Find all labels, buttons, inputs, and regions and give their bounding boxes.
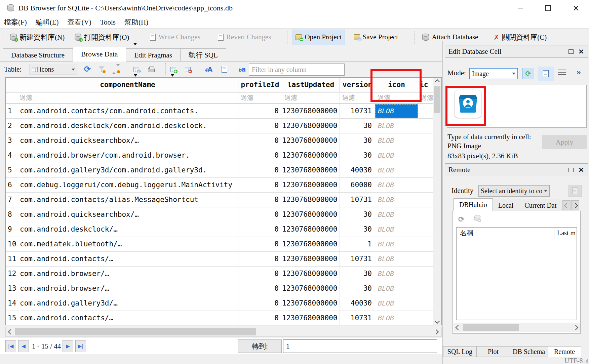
filter-input-componentName[interactable]: 過濾 [17, 92, 238, 104]
main-tab[interactable]: Edit Pragmas [126, 48, 181, 62]
clipped-cell[interactable] [418, 163, 433, 177]
open-database-button[interactable]: → 打開資料庫(O) [72, 30, 132, 45]
version-cell[interactable]: 30 [340, 133, 375, 148]
main-tab[interactable]: Database Structure [3, 48, 73, 62]
clipped-cell[interactable] [418, 119, 433, 133]
remote-tab[interactable]: DBHub.io [454, 198, 493, 211]
profileId-cell[interactable]: 0 [238, 178, 282, 192]
icon-blob-cell[interactable]: BLOB [375, 193, 418, 207]
version-cell[interactable]: 10731 [340, 311, 375, 325]
row-number-cell[interactable]: 13 [6, 281, 17, 296]
lastUpdated-cell[interactable]: 1230768000000 [282, 207, 340, 222]
revert-changes-button[interactable]: Revert Changes [215, 30, 274, 45]
clipped-cell[interactable] [418, 296, 433, 311]
grid-hscroll-thumb[interactable] [15, 328, 256, 335]
dock-tab[interactable]: Remote [548, 346, 581, 357]
column-header-version[interactable]: version [340, 78, 375, 92]
componentName-cell[interactable]: com.android.deskclock/… [17, 222, 238, 237]
version-cell[interactable]: 40030 [340, 296, 375, 311]
lastUpdated-cell[interactable]: 1230768000000 [282, 222, 340, 237]
icon-blob-cell-selected[interactable]: BLOB [375, 104, 418, 118]
remote-clone-database-icon[interactable]: + [474, 215, 480, 221]
icon-blob-cell[interactable]: BLOB [375, 252, 418, 266]
profileId-cell[interactable]: 0 [238, 237, 282, 251]
version-cell[interactable]: 40030 [340, 163, 375, 177]
lastUpdated-cell[interactable]: 1230768000000 [282, 252, 340, 266]
icon-blob-cell[interactable]: BLOB [375, 267, 418, 281]
table-selector[interactable]: icons [30, 64, 77, 75]
row-number-cell[interactable]: 8 [6, 207, 17, 222]
profileId-cell[interactable]: 0 [238, 148, 282, 163]
row-number-cell[interactable]: 9 [6, 222, 17, 237]
componentName-cell[interactable]: com.android.quicksearchbox/… [17, 207, 238, 222]
row-number-cell[interactable]: 15 [6, 311, 17, 325]
close-panel-icon[interactable]: × [578, 166, 584, 173]
clipped-cell[interactable] [418, 222, 433, 237]
version-cell[interactable]: 10731 [340, 104, 375, 118]
remote-hscroll-thumb[interactable] [463, 324, 519, 331]
clear-sort-button[interactable] [111, 64, 121, 74]
clipped-cell[interactable] [418, 207, 433, 222]
componentName-cell[interactable]: com.android.gallery3d/… [17, 296, 238, 311]
lastUpdated-cell[interactable]: 1230768000000 [282, 267, 340, 281]
clipped-cell[interactable] [418, 252, 433, 266]
icon-blob-cell[interactable]: BLOB [375, 281, 418, 296]
componentName-cell[interactable]: com.android.gallery3d/com.android.galler… [17, 163, 238, 177]
scroll-right-button[interactable] [572, 323, 579, 332]
tab-scroll-right-button[interactable] [571, 200, 579, 210]
clipped-cell[interactable] [418, 237, 433, 251]
filter-input-clipped[interactable]: 過濾 [418, 92, 433, 104]
header-corner[interactable] [6, 78, 17, 92]
version-cell[interactable]: 10731 [340, 252, 375, 266]
icon-blob-cell[interactable]: BLOB [375, 178, 418, 192]
print-button[interactable] [146, 64, 156, 74]
word-wrap-icon[interactable] [558, 70, 566, 76]
componentName-cell[interactable]: com.android.browser/com.android.browser. [17, 148, 238, 163]
componentName-cell[interactable]: com.android.browser/… [17, 281, 238, 296]
remote-tab[interactable]: Current Dat [519, 200, 562, 211]
row-number-cell[interactable]: 6 [6, 178, 17, 192]
column-header-profileId[interactable]: profileId [238, 78, 282, 92]
menu-item[interactable]: Tools [100, 18, 116, 27]
profileId-cell[interactable]: 0 [238, 193, 282, 207]
remote-database-list[interactable]: 名稱 Last m [456, 227, 577, 320]
filter-input-version[interactable]: 過濾 [340, 92, 375, 104]
new-database-button[interactable]: + 新建資料庫(N) [7, 30, 67, 45]
last-page-button[interactable]: ▶| [75, 340, 86, 352]
componentName-cell[interactable]: com.debug.loggerui/com.debug.loggerui.Ma… [17, 178, 238, 192]
version-cell[interactable]: 1 [340, 237, 375, 251]
remote-tab[interactable]: Local [493, 200, 519, 211]
grid-vertical-scrollbar[interactable] [433, 78, 441, 325]
filter-input-icon[interactable]: 過濾 [375, 92, 418, 104]
componentName-cell[interactable]: com.android.contacts/… [17, 252, 238, 266]
row-number-cell[interactable]: 7 [6, 193, 17, 207]
dock-tab[interactable]: SQL Log [443, 346, 477, 357]
panel-overflow-button[interactable]: » [577, 67, 581, 77]
version-cell[interactable]: 30 [340, 222, 375, 237]
import-data-button[interactable]: ⟳ [522, 68, 534, 79]
lastUpdated-cell[interactable]: 1230768000000 [282, 178, 340, 192]
icon-blob-cell[interactable]: BLOB [375, 119, 418, 133]
version-cell[interactable]: 30 [340, 207, 375, 222]
lastUpdated-cell[interactable]: 1230768000000 [282, 281, 340, 296]
scroll-down-button[interactable] [433, 318, 441, 324]
float-panel-icon[interactable] [568, 49, 574, 54]
icon-blob-cell[interactable]: BLOB [375, 296, 418, 311]
componentName-cell[interactable]: com.android.quicksearchbox/… [17, 133, 238, 148]
componentName-cell[interactable]: com.android.deskclock/com.android.deskcl… [17, 119, 238, 133]
profileId-cell[interactable]: 0 [238, 119, 282, 133]
clipped-cell[interactable] [418, 193, 433, 207]
icon-blob-cell[interactable]: BLOB [375, 222, 418, 237]
profileId-cell[interactable]: 0 [238, 104, 282, 118]
goto-record-button[interactable]: 轉到: [238, 339, 282, 353]
row-number-cell[interactable]: 1 [6, 104, 17, 118]
profileId-cell[interactable]: 0 [238, 163, 282, 177]
dock-tab[interactable]: DB Schema [510, 346, 548, 357]
componentName-cell[interactable]: com.android.contacts/alias.MessageShortc… [17, 193, 238, 207]
close-panel-icon[interactable]: × [578, 48, 584, 55]
lastUpdated-cell[interactable]: 1230768000000 [282, 193, 340, 207]
column-header-lastUpdated[interactable]: lastUpdated [282, 78, 340, 92]
refresh-button[interactable]: ⟳ [82, 64, 92, 74]
version-cell[interactable]: 10731 [340, 193, 375, 207]
minimize-button[interactable] [512, 3, 528, 13]
